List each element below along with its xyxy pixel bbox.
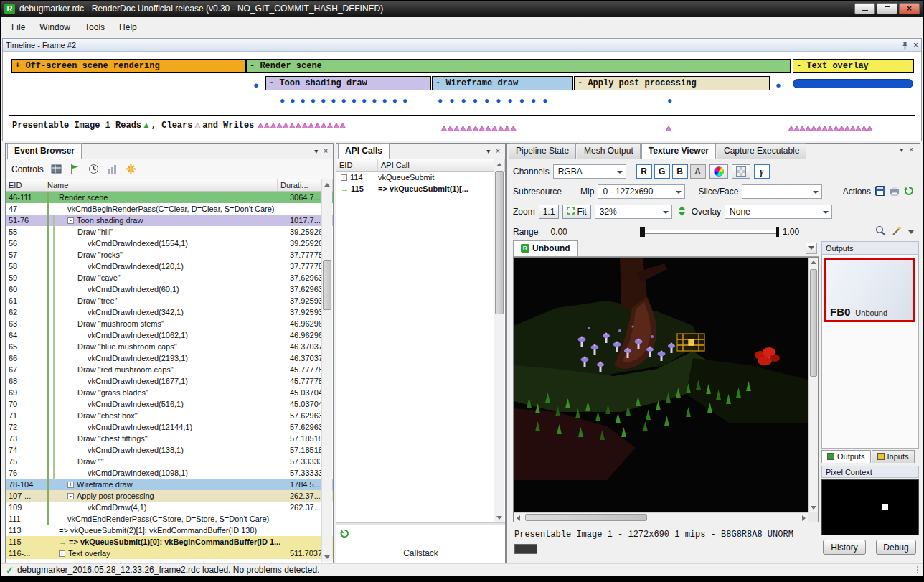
event-row[interactable]: 59 Draw "cave" 37.62963 [6, 272, 333, 283]
expander-icon[interactable]: - [67, 217, 74, 224]
callstack-splitter[interactable] [336, 522, 505, 525]
event-row[interactable]: 62 vkCmdDrawIndexed(342,1) 37.92593 [6, 306, 333, 318]
menu-item[interactable]: File [4, 19, 32, 36]
event-row[interactable]: 65 Draw "blue mushroom caps" 46.37037 [6, 341, 333, 352]
toolbar-overflow-icon[interactable] [908, 230, 914, 237]
expander-icon[interactable]: + [341, 174, 347, 181]
event-row[interactable]: 111 vkCmdEndRenderPass(C=Store, D=Store,… [6, 513, 333, 525]
menu-item[interactable]: Tools [77, 19, 112, 36]
scrollbar-thumb[interactable] [495, 171, 504, 314]
history-button[interactable]: History [823, 540, 866, 555]
dock-menu-icon[interactable]: ▾ [897, 146, 905, 154]
panel-tab[interactable]: Capture Executable [717, 143, 806, 159]
expander-icon[interactable]: + [59, 550, 65, 557]
tab-event-browser[interactable]: Event Browser [7, 143, 82, 159]
thumbnail-tab[interactable]: Outputs [821, 450, 871, 463]
scroll-down-icon[interactable] [494, 512, 504, 522]
slice-face-select[interactable] [742, 184, 822, 199]
panel-tab[interactable]: Texture Viewer [641, 143, 716, 159]
scrollbar-thumb[interactable] [525, 514, 647, 521]
event-row[interactable]: 70 vkCmdDrawIndexed(516,1) 45.03704 [6, 398, 333, 410]
alpha-checker-button[interactable] [732, 164, 750, 179]
scroll-right-icon[interactable] [799, 513, 808, 522]
dock-close-icon[interactable]: × [907, 146, 915, 154]
event-row[interactable]: 72 vkCmdDrawIndexed(12144,1) 57.62963 [6, 421, 333, 433]
event-row[interactable]: 64 vkCmdDrawIndexed(1062,1) 46.96296 [6, 329, 333, 341]
statistics-icon[interactable] [106, 163, 118, 175]
overlay-select[interactable]: None [725, 205, 832, 219]
column-api-call[interactable]: API Call [378, 159, 505, 171]
scroll-left-icon[interactable] [514, 513, 523, 522]
event-row[interactable]: 75 Draw "" 57.33333 [6, 456, 333, 467]
api-calls-scrollbar[interactable] [494, 159, 504, 522]
expander-icon[interactable]: → [341, 184, 349, 193]
event-row[interactable]: 66 vkCmdDrawIndexed(2193,1) 46.37037 [6, 352, 333, 364]
gamma-button[interactable]: γ [754, 164, 770, 179]
time-durations-icon[interactable] [88, 163, 100, 175]
texture-tab-dropdown-button[interactable] [806, 243, 817, 254]
viewport-vertical-scrollbar[interactable] [808, 258, 818, 512]
scroll-up-icon[interactable] [494, 159, 504, 169]
timeline-bar-post-processing[interactable]: - Apply post processing [574, 76, 770, 90]
scroll-up-icon[interactable] [322, 179, 332, 189]
scroll-down-icon[interactable] [809, 503, 818, 512]
channel-toggle-button[interactable]: G [654, 164, 670, 179]
column-eid[interactable]: EID [336, 159, 378, 171]
pin-icon[interactable] [901, 41, 909, 50]
scrollbar-thumb[interactable] [810, 269, 817, 377]
minimize-button[interactable] [854, 3, 875, 14]
event-row[interactable]: 73 Draw "chest fittings" 57.18518 [6, 433, 333, 444]
callstack-refresh-icon[interactable] [340, 529, 349, 540]
event-row[interactable]: 47 vkCmdBeginRenderPass(C=Clear, D=Clear… [6, 203, 333, 215]
scroll-down-icon[interactable] [322, 552, 332, 562]
panel-tab[interactable]: Pipeline State [509, 143, 576, 159]
event-row[interactable]: 46-111 Render scene 3064.7... [6, 192, 333, 203]
range-handle-min[interactable] [640, 227, 645, 237]
api-call-row[interactable]: → 115 => vkQueueSubmit(1)[... [336, 183, 505, 194]
column-name[interactable]: Name [44, 179, 278, 191]
dock-menu-icon[interactable]: ▾ [312, 147, 320, 156]
timeline-bar-offscreen[interactable]: + Off-screen scene rendering [11, 59, 246, 73]
channels-select[interactable]: RGBA [553, 164, 626, 179]
channel-toggle-button[interactable]: A [690, 164, 706, 179]
range-handle-max[interactable] [776, 227, 779, 237]
event-row[interactable]: 116-... + Text overlay 511.7037 [6, 548, 333, 559]
event-row[interactable]: 71 Draw "chest box" 57.62963 [6, 410, 333, 421]
pixel-context-view[interactable] [821, 479, 919, 535]
dock-close-icon[interactable]: × [494, 147, 502, 156]
event-row[interactable]: 78-104 + Wireframe draw 1784.5... [6, 479, 333, 490]
highlight-star-icon[interactable] [125, 163, 137, 175]
refresh-icon[interactable] [904, 186, 914, 198]
dock-close-icon[interactable]: × [321, 147, 330, 156]
menu-item[interactable]: Help [112, 19, 144, 36]
event-browser-scrollbar[interactable] [321, 179, 332, 562]
scroll-up-icon[interactable] [809, 258, 818, 267]
texture-image[interactable] [514, 258, 808, 512]
event-row[interactable]: 63 Draw "mushroom stems" 46.96296 [6, 318, 333, 329]
close-button[interactable]: × [899, 3, 920, 14]
event-row[interactable]: 68 vkCmdDrawIndexed(1677,1) 45.77778 [6, 375, 333, 387]
scrollbar-thumb[interactable] [323, 260, 331, 310]
range-slider[interactable] [640, 227, 779, 237]
channel-toggle-button[interactable]: R [636, 164, 652, 179]
timeline-close-icon[interactable]: × [913, 41, 918, 50]
event-row[interactable]: 57 Draw "rocks" 37.77778 [6, 249, 333, 261]
thumbnail-tab[interactable]: Inputs [872, 450, 915, 463]
event-row[interactable]: 67 Draw "red mushroom caps" 45.77778 [6, 364, 333, 375]
event-row[interactable]: 115 → => vkQueueSubmit(1)[0]: vkBeginCom… [6, 536, 333, 548]
timeline-bar-wireframe[interactable]: - Wireframe draw [432, 76, 573, 90]
debug-button[interactable]: Debug [876, 540, 916, 555]
zoom-1to1-button[interactable]: 1:1 [539, 205, 560, 219]
event-row[interactable]: 74 vkCmdDrawIndexed(138,1) 57.18518 [6, 444, 333, 456]
expander-icon[interactable]: → [59, 538, 67, 546]
expander-icon[interactable]: - [67, 493, 74, 499]
magnifier-icon[interactable] [875, 225, 886, 238]
browse-icon[interactable] [50, 163, 62, 175]
save-icon[interactable] [875, 186, 885, 198]
event-row[interactable]: 107-... - Apply post processing 262.37..… [6, 490, 333, 502]
event-row[interactable]: 55 Draw "hill" 39.25926 [6, 226, 333, 238]
tab-api-calls[interactable]: API Calls [338, 143, 390, 159]
resize-grip[interactable] [917, 566, 918, 573]
event-row[interactable]: 109 vkCmdDraw(4,1) 262.37... [6, 502, 333, 513]
viewport-horizontal-scrollbar[interactable] [514, 512, 808, 522]
